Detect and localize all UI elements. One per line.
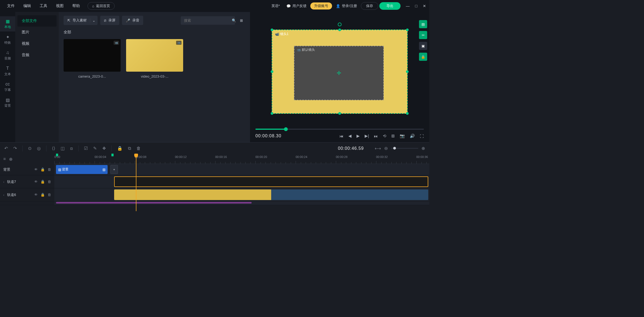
import-button[interactable]: ⇱ 导入素材 ⌄ [64, 16, 98, 25]
menu-view[interactable]: 视图 [52, 2, 67, 10]
category-audio[interactable]: 音频 [15, 49, 59, 61]
add-track-button[interactable]: ⊕ [9, 157, 12, 162]
export-button[interactable]: 导出 [379, 2, 401, 10]
menu-edit[interactable]: 编辑 [20, 2, 35, 10]
snapshot-button[interactable]: 📷 [400, 134, 405, 138]
fit-tool-button[interactable]: ▣ [419, 42, 427, 50]
menu-tools[interactable]: 工具 [36, 2, 51, 10]
track-body[interactable] [54, 188, 429, 201]
project-name[interactable]: 英语* [269, 2, 283, 9]
canvas-selection[interactable]: 📹镜头1 📹默认镜头 ✛ [272, 30, 408, 114]
record-audio-button[interactable]: 🎤 录音 [122, 16, 143, 25]
save-button[interactable]: 保存 [361, 2, 378, 10]
preview-stage[interactable]: 📹镜头1 📹默认镜头 ✛ ▤ ✂ ▣ 🔒 [250, 12, 429, 126]
zoom-knob[interactable] [393, 147, 396, 150]
track-head[interactable]: › 轨道6 👁 🔒 🗑 [0, 188, 54, 201]
visibility-icon[interactable]: 👁 [34, 167, 38, 172]
delete-button[interactable]: 🗑 [136, 146, 141, 151]
trash-icon[interactable]: 🗑 [48, 180, 51, 184]
track-body[interactable] [54, 175, 429, 188]
chevron-down-icon[interactable]: ⌄ [90, 18, 95, 23]
tab-effects[interactable]: ✦特效 [0, 32, 15, 47]
next-clip-button[interactable]: ⏭ [374, 134, 378, 138]
play-button[interactable]: ▶ [357, 134, 360, 138]
view-grid-button[interactable]: ⊞ [238, 16, 245, 25]
clip-audio[interactable] [56, 202, 252, 204]
track-head[interactable]: › 轨道7 👁 🔒 🗑 [0, 175, 54, 188]
volume-button[interactable]: 🔊 [410, 134, 415, 138]
edit-button[interactable]: ✎ [93, 146, 97, 151]
clip-background[interactable]: ▨ 背景 ▨ [56, 165, 108, 174]
progress-knob[interactable] [284, 127, 288, 131]
media-item[interactable]: 📹 video_2023-03-... [126, 39, 183, 78]
lock-icon[interactable]: 🔒 [40, 167, 45, 172]
lock-button[interactable]: 🔒 [117, 146, 123, 151]
record-screen-button[interactable]: ⎚ 录屏 [100, 16, 119, 25]
trash-icon[interactable]: 🗑 [48, 167, 51, 172]
track-options-button[interactable]: ≡ [3, 157, 6, 161]
layers-button[interactable]: ❖ [102, 146, 106, 151]
category-all[interactable]: 全部文件 [17, 15, 57, 27]
clip-video[interactable] [114, 189, 428, 200]
redo-button[interactable]: ↷ [13, 146, 17, 151]
target-button[interactable]: ◎ [37, 146, 41, 151]
playhead[interactable] [136, 154, 136, 211]
zoom-out-button[interactable]: ⊖ [384, 146, 388, 151]
track-body[interactable] [54, 201, 429, 205]
menu-file[interactable]: 文件 [3, 2, 18, 10]
split-button[interactable]: ⟨⟩ [52, 146, 55, 151]
prev-clip-button[interactable]: ⏮ [339, 134, 343, 138]
zoom-fit-button[interactable]: ⟷ [375, 146, 381, 151]
track-body[interactable]: ▨ 背景 ▨ + [54, 164, 429, 175]
inner-camera-box[interactable]: 📹默认镜头 ✛ [294, 46, 384, 100]
clip-camera[interactable] [114, 176, 428, 187]
marker[interactable] [111, 154, 114, 156]
tab-audio[interactable]: ♫音频 [0, 48, 15, 63]
progress-slider[interactable] [255, 129, 424, 130]
rotate-handle[interactable] [338, 23, 342, 26]
category-image[interactable]: 图片 [15, 27, 59, 38]
undo-button[interactable]: ↶ [4, 146, 8, 151]
resize-handle[interactable] [406, 112, 409, 115]
expand-icon[interactable]: › [3, 193, 4, 196]
tab-caption[interactable]: cc字幕 [0, 79, 15, 94]
step-back-button[interactable]: ◀ [348, 134, 352, 138]
mirror-button[interactable]: ⧈ [70, 146, 73, 151]
close-button[interactable]: ✕ [423, 4, 426, 8]
step-forward-button[interactable]: ▶| [365, 134, 369, 138]
upgrade-button[interactable]: 升级账号 [310, 2, 332, 9]
media-thumbnail[interactable]: 📹 [126, 39, 183, 72]
check-button[interactable]: ☑ [84, 146, 88, 151]
loop-button[interactable]: ⟲ [383, 134, 386, 138]
copy-button[interactable]: ⧉ [128, 146, 131, 151]
grid-button[interactable]: ⊞ [391, 134, 395, 138]
track-head[interactable]: 背景 👁 🔒 🗑 [0, 164, 54, 175]
trash-icon[interactable]: 🗑 [48, 193, 51, 197]
zoom-slider[interactable] [391, 148, 418, 149]
resize-handle[interactable] [338, 112, 341, 115]
zoom-in-button[interactable]: ⊕ [421, 146, 425, 151]
resize-handle[interactable] [271, 112, 273, 115]
visibility-icon[interactable]: 👁 [34, 193, 38, 197]
resize-handle[interactable] [338, 28, 341, 31]
resize-handle[interactable] [406, 70, 409, 73]
add-clip-button[interactable]: + [110, 165, 118, 174]
crop-tool-button[interactable]: ✂ [419, 31, 427, 39]
login-button[interactable]: 👤 登录/注册 [333, 2, 360, 9]
media-item[interactable]: 📹 camera_2023-0... [64, 39, 121, 78]
category-video[interactable]: 视频 [15, 38, 59, 49]
time-ruler[interactable]: 0:0000:00:0400:00:0800:00:1200:00:1600:0… [54, 154, 429, 164]
search-input[interactable] [184, 18, 230, 23]
expand-icon[interactable]: › [3, 180, 4, 183]
tab-local[interactable]: ▦本地 [0, 16, 15, 31]
lock-icon[interactable]: 🔒 [40, 193, 45, 197]
maximize-button[interactable]: □ [415, 4, 417, 8]
minimize-button[interactable]: — [406, 4, 410, 8]
crop-button[interactable]: ◫ [61, 146, 65, 151]
media-thumbnail[interactable]: 📹 [64, 39, 121, 72]
marker-button[interactable]: ⊙ [28, 146, 32, 151]
lock-tool-button[interactable]: 🔒 [419, 53, 427, 61]
fullscreen-button[interactable]: ⛶ [420, 134, 424, 138]
resize-handle[interactable] [406, 28, 409, 31]
lock-icon[interactable]: 🔒 [40, 180, 45, 184]
